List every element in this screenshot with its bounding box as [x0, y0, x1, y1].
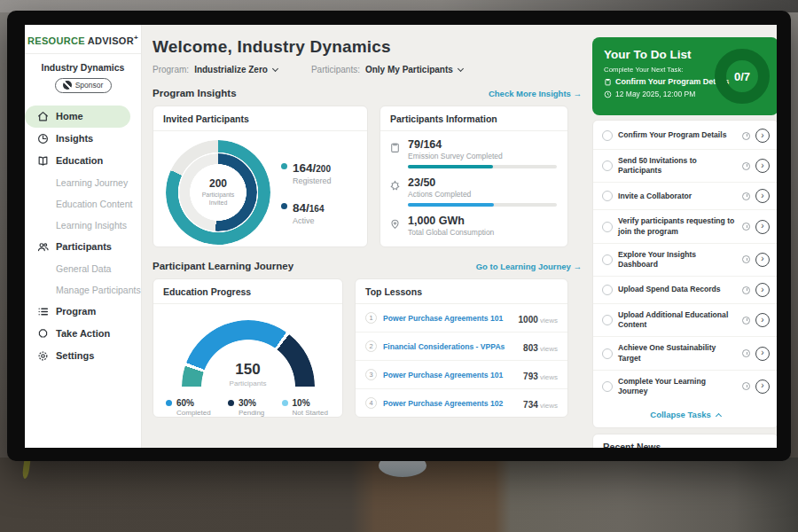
insights-cards-row: Invited Participants 200 Participants In… [153, 106, 582, 247]
education-progress-title: Education Progress [153, 279, 342, 304]
legend-dot-darknavy [228, 400, 234, 406]
task-open-button[interactable]: › [755, 253, 770, 267]
lesson-link[interactable]: Power Purchase Agreements 102 [383, 399, 523, 408]
task-checkbox[interactable] [602, 348, 613, 359]
sidebar-item-label: Take Action [56, 328, 110, 339]
top-lessons-card: Top Lessons 1 Power Purchase Agreements … [355, 278, 568, 418]
task-open-button[interactable]: › [755, 283, 770, 297]
sidebar: RESOURCE ADVISOR+ Industry Dynamics Spon… [25, 25, 142, 448]
lesson-link[interactable]: Financial Considerations - VPPAs [383, 342, 523, 351]
task-checkbox[interactable] [602, 254, 613, 265]
todo-task-list: Confirm Your Program Details › Send 50 I… [592, 120, 777, 428]
task-checkbox[interactable] [602, 285, 613, 295]
emission-survey-progressbar [408, 165, 557, 168]
task-open-button[interactable]: › [755, 189, 770, 203]
collapse-tasks-link[interactable]: Collapse Tasks [593, 403, 777, 427]
learning-journey-header: Participant Learning Journey Go to Learn… [153, 261, 582, 271]
task-open-button[interactable]: › [755, 347, 770, 361]
check-more-insights-link[interactable]: Check More Insights → [489, 89, 582, 98]
sidebar-item-home[interactable]: Home [25, 106, 130, 128]
logo-advisor: ADVISOR [88, 35, 134, 46]
monitor-bezel: RESOURCE ADVISOR+ Industry Dynamics Spon… [7, 11, 791, 461]
pending-clock-icon [742, 286, 750, 294]
participants-icon [37, 241, 49, 253]
task-open-button[interactable]: › [755, 379, 770, 394]
lesson-rank: 2 [365, 340, 377, 352]
sidebar-item-label: Program [56, 306, 96, 317]
task-checkbox[interactable] [602, 222, 613, 232]
legend-dot-navy [281, 203, 287, 209]
donut-center-label: Participants Invited [195, 192, 241, 207]
task-open-button[interactable]: › [755, 220, 770, 234]
participants-filter-label: Participants: [311, 65, 360, 74]
participants-filter-dropdown[interactable]: Only My Participants [365, 65, 463, 74]
section-title-learning-journey: Participant Learning Journey [153, 261, 293, 271]
actions-completed-value: 23/50 [408, 176, 557, 189]
task-open-button[interactable]: › [755, 129, 770, 143]
gauge-center-label: Participants [182, 379, 315, 387]
legend-completed: 60%Completed [166, 398, 211, 417]
section-title-program-insights: Program Insights [153, 88, 237, 98]
sidebar-item-learning-journey[interactable]: Learning Journey [25, 172, 141, 193]
sidebar-item-education-content[interactable]: Education Content [25, 193, 141, 215]
education-progress-card: Education Progress 150 Participants [153, 278, 343, 418]
lesson-link[interactable]: Power Purchase Agreements 101 [383, 371, 523, 379]
arrow-right-icon: → [574, 89, 583, 98]
participants-information-title: Participants Information [380, 106, 567, 131]
task-row-complete-learning-journey: Complete Your Learning Journey › [593, 371, 777, 403]
lesson-link[interactable]: Power Purchase Agreements 101 [383, 314, 519, 323]
legend-dot-blue [166, 400, 172, 406]
task-checkbox[interactable] [602, 315, 613, 325]
journey-cards-row: Education Progress 150 Participants [153, 278, 582, 418]
sponsor-badge[interactable]: Sponsor [55, 78, 112, 93]
emission-survey-label: Emission Survey Completed [408, 152, 557, 160]
donut-center-value: 200 [209, 177, 227, 190]
top-lessons-title: Top Lessons [356, 279, 567, 304]
lesson-views: 793 [523, 372, 538, 381]
task-row-explore-insights: Explore Your Insights Dashboard › [593, 244, 777, 277]
organization-name: Industry Dynamics [25, 62, 141, 73]
sidebar-divider [25, 53, 141, 54]
program-list-icon [37, 306, 49, 317]
global-consumption-value: 1,000 GWh [408, 215, 557, 227]
sidebar-item-label: Education [56, 155, 103, 166]
sidebar-item-general-data[interactable]: General Data [25, 258, 141, 279]
legend-active: 84/164 Active [281, 200, 332, 225]
settings-gear-icon [37, 350, 49, 362]
sidebar-item-participants[interactable]: Participants [25, 236, 141, 258]
task-checkbox[interactable] [602, 191, 613, 201]
clock-icon [604, 90, 612, 98]
lesson-rank: 3 [365, 369, 377, 380]
take-action-icon [37, 328, 49, 340]
chevron-up-icon [716, 413, 722, 419]
sidebar-item-settings[interactable]: Settings [25, 345, 141, 367]
emission-survey-row: 79/164 Emission Survey Completed [389, 138, 557, 168]
sidebar-item-label: Insights [56, 133, 93, 144]
legend-registered: 164/200 Registered [281, 160, 332, 185]
legend-not-started: 10%Not Started [282, 398, 328, 417]
task-checkbox[interactable] [602, 130, 613, 141]
task-open-button[interactable]: › [755, 313, 770, 327]
pending-clock-icon [742, 132, 750, 140]
legend-dot-lightblue [282, 400, 288, 406]
task-checkbox[interactable] [602, 381, 613, 392]
donut-legend: 164/200 Registered 84/164 Active [281, 160, 332, 225]
go-to-learning-journey-link[interactable]: Go to Learning Journey → [476, 262, 582, 271]
content-column: Welcome, Industry Dynamics Program: Indu… [153, 37, 582, 448]
actions-icon [389, 179, 401, 191]
sidebar-item-program[interactable]: Program [25, 301, 141, 323]
program-filter-dropdown[interactable]: Industrialize Zero [194, 65, 278, 74]
task-open-button[interactable]: › [755, 159, 770, 173]
sidebar-item-insights[interactable]: Insights [25, 128, 141, 150]
task-row-invite-collaborator: Invite a Collaborator › [593, 183, 777, 210]
global-consumption-label: Total Global Consumption [408, 228, 557, 237]
arrow-right-icon: → [574, 262, 583, 271]
invited-participants-donut-chart: 200 Participants Invited [166, 140, 270, 245]
sidebar-item-education[interactable]: Education [25, 150, 141, 172]
education-icon [37, 155, 49, 167]
sidebar-item-manage-participants[interactable]: Manage Participants [25, 279, 141, 301]
task-checkbox[interactable] [602, 160, 613, 171]
emission-survey-value: 79/164 [408, 138, 557, 151]
sidebar-item-take-action[interactable]: Take Action [25, 323, 141, 345]
sidebar-item-learning-insights[interactable]: Learning Insights [25, 215, 141, 236]
